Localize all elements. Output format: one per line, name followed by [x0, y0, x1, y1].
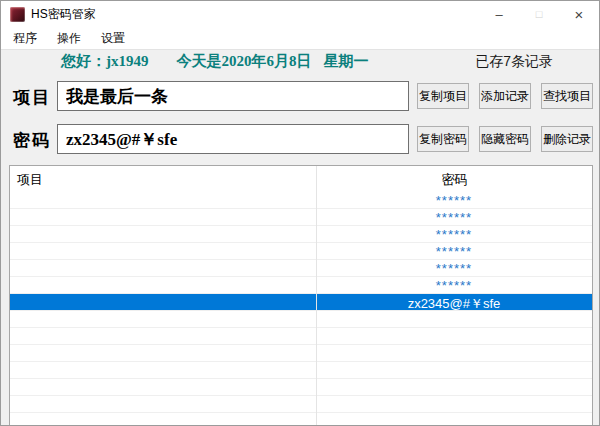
cell-project: [10, 209, 316, 225]
table-empty-area: [10, 311, 592, 425]
header-password[interactable]: 密码: [317, 171, 592, 189]
table-row[interactable]: ******: [10, 192, 592, 209]
hide-password-button[interactable]: 隐藏密码: [479, 126, 531, 152]
app-icon: [10, 7, 25, 22]
header-project[interactable]: 项目: [17, 171, 43, 189]
cell-password: ******: [316, 192, 592, 208]
maximize-icon: □: [519, 1, 559, 27]
info-row: 您好：jx1949今天是2020年6月8日星期一 已存7条记录: [1, 52, 599, 72]
cell-project: [10, 260, 316, 276]
password-label: 密码: [13, 129, 53, 152]
table-row[interactable]: ******: [10, 260, 592, 277]
greeting-text: 您好：jx1949今天是2020年6月8日星期一: [61, 52, 369, 71]
menu-item-operation[interactable]: 操作: [49, 30, 89, 47]
cell-project: [10, 277, 316, 293]
add-record-button[interactable]: 添加记录: [479, 83, 531, 109]
cell-password: ******: [316, 243, 592, 259]
cell-password: ******: [316, 226, 592, 242]
cell-password: zx2345@#￥sfe: [316, 294, 592, 310]
table-row[interactable]: zx2345@#￥sfe: [10, 294, 592, 311]
delete-record-button[interactable]: 删除记录: [541, 126, 593, 152]
minimize-icon[interactable]: –: [479, 1, 519, 27]
table-row[interactable]: ******: [10, 226, 592, 243]
cell-project: [10, 243, 316, 259]
project-input[interactable]: [57, 81, 409, 111]
menu-item-settings[interactable]: 设置: [93, 30, 133, 47]
column-divider: [316, 166, 317, 425]
cell-project: [10, 294, 316, 310]
close-icon[interactable]: ×: [559, 1, 599, 27]
cell-password: ******: [316, 209, 592, 225]
app-window: HS密码管家 – □ × 程序 操作 设置 您好：jx1949今天是2020年6…: [0, 0, 600, 426]
menu-bar: 程序 操作 设置: [1, 27, 599, 50]
menu-item-program[interactable]: 程序: [5, 30, 45, 47]
cell-project: [10, 226, 316, 242]
password-input[interactable]: [57, 124, 409, 154]
window-controls: – □ ×: [479, 1, 599, 27]
project-label: 项目: [13, 86, 53, 109]
table-body: ****** ****** ****** ****** ****** *****…: [10, 192, 592, 311]
title-bar: HS密码管家 – □ ×: [1, 1, 599, 27]
table-header: 项目 密码: [10, 166, 592, 192]
table-row[interactable]: ******: [10, 243, 592, 260]
greeting-user: 您好：jx1949: [61, 53, 149, 69]
table-row[interactable]: ******: [10, 209, 592, 226]
copy-project-button[interactable]: 复制项目: [417, 83, 469, 109]
cell-project: [10, 192, 316, 208]
window-title: HS密码管家: [31, 6, 96, 23]
copy-password-button[interactable]: 复制密码: [417, 126, 469, 152]
record-count: 已存7条记录: [475, 53, 553, 71]
greeting-weekday: 星期一: [324, 53, 369, 69]
table-row[interactable]: ******: [10, 277, 592, 294]
find-project-button[interactable]: 查找项目: [541, 83, 593, 109]
greeting-date: 今天是2020年6月8日: [177, 53, 312, 69]
cell-password: ******: [316, 277, 592, 293]
cell-password: ******: [316, 260, 592, 276]
records-table: 项目 密码 ****** ****** ****** ****** ******…: [9, 165, 593, 425]
